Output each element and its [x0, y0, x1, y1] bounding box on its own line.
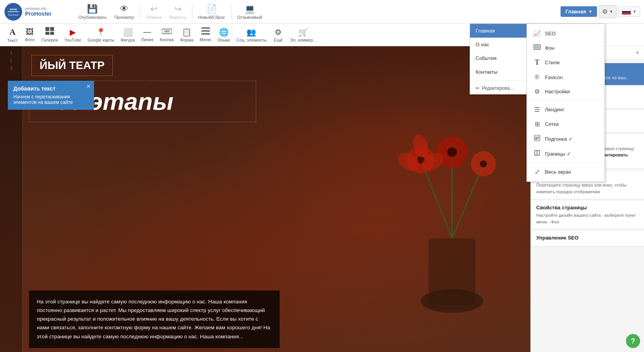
right-panel-close-button[interactable]: × [636, 49, 639, 56]
logo-icon: www ProHoster [4, 2, 23, 21]
svg-rect-20 [201, 33, 210, 34]
canvas-background: 1 2 3 ✕ Добавить текст Начнем с перетаск… [0, 46, 530, 352]
tool-google-maps[interactable]: 📍 Google карты [84, 26, 118, 44]
svg-rect-5 [535, 45, 539, 49]
body-text: На этой странице вы найдете самую послед… [37, 298, 272, 341]
svg-text:www: www [9, 7, 17, 11]
top-toolbar: www ProHoster prohoster.info ProHoster 💾… [0, 0, 644, 24]
settings-item-borders[interactable]: Границы ✓ [527, 146, 604, 161]
svg-point-32 [411, 133, 431, 159]
tool-languages[interactable]: 🌐 Языки [214, 26, 233, 44]
preview-label: Просмотр [114, 15, 134, 20]
settings-seo-label: SEO [545, 31, 555, 36]
tool-social[interactable]: 👥 Соц. элементы [233, 26, 270, 44]
borders-icon-svg [534, 150, 540, 156]
borders-icon [533, 150, 541, 158]
youtube-icon: ▶ [70, 27, 76, 37]
svg-rect-14 [45, 32, 49, 35]
tool-gallery[interactable]: Галерея [38, 25, 61, 44]
toolbar-separator-1 [140, 4, 140, 20]
settings-item-seo[interactable]: 📈 SEO [527, 26, 604, 41]
settings-item-favicon[interactable]: ® Favicon [527, 70, 604, 84]
svg-point-33 [418, 149, 447, 175]
svg-point-29 [417, 156, 425, 164]
svg-point-21 [421, 289, 483, 313]
svg-rect-18 [201, 27, 210, 29]
tooltip-description: Начнем с перетаскивания элементов на ваш… [13, 94, 89, 105]
svg-rect-17 [164, 30, 170, 33]
tool-ecommerce[interactable]: 🛒 Эл. коммер... [287, 26, 320, 44]
svg-rect-22 [429, 238, 476, 305]
page-selector-label: Главная [565, 9, 586, 15]
toolbar-separator-3 [231, 4, 232, 20]
page-dropdown-item-2[interactable]: События [470, 51, 532, 65]
settings-fullscreen-label: Весь экран [545, 169, 571, 175]
tool-youtube-label: YouTube [64, 38, 81, 42]
svg-rect-12 [45, 27, 49, 31]
settings-divider-1 [527, 100, 604, 101]
page-dropdown-edit[interactable]: ✏ Редактирова... [470, 82, 532, 94]
redo-button[interactable]: ↪ Вернуть [166, 2, 190, 21]
panel-section-seo: Управление SEO [531, 231, 644, 247]
page-item-1-label: О нас [476, 42, 489, 47]
svg-point-28 [471, 151, 496, 176]
more-icon: ⚙ [275, 27, 282, 37]
responsive-label: Отзывчивый [237, 15, 262, 20]
tool-more[interactable]: ⚙ Ещё [270, 26, 287, 44]
settings-item-config[interactable]: ⚙ Настройки [527, 84, 604, 99]
settings-styles-label: Стили [545, 60, 559, 65]
preview-button[interactable]: 👁 Просмотр [110, 2, 138, 21]
background-icon-svg [534, 44, 541, 50]
tool-text[interactable]: A Текст [4, 25, 21, 44]
edit-pencil-icon: ✏ [476, 85, 479, 91]
add-text-tooltip: ✕ Добавить текст Начнем с перетаскивания… [8, 81, 94, 110]
button-icon [162, 27, 172, 36]
logo: www ProHoster prohoster.info ProHoster [4, 2, 67, 21]
page-dropdown-item-1[interactable]: О нас [470, 38, 532, 51]
settings-favicon-label: Favicon [545, 74, 563, 80]
page-selector-button[interactable]: Главная ▼ [561, 6, 597, 17]
svg-rect-19 [201, 31, 210, 32]
svg-point-30 [447, 147, 457, 157]
publish-button[interactable]: 💾 Опубликовать [74, 2, 110, 21]
settings-button[interactable]: ⚙ ▼ [599, 5, 617, 18]
tool-form[interactable]: 📋 Форма [177, 26, 196, 44]
settings-divider-2 [527, 163, 604, 163]
landing-icon: ☰ [533, 106, 541, 113]
responsive-button[interactable]: 💻 Отзывчивый [233, 2, 266, 21]
redo-label: Вернуть [170, 15, 186, 20]
flag-ru-icon [622, 9, 631, 15]
page-dropdown-item-3[interactable]: Контакты [470, 65, 532, 79]
settings-fit-label: Подгонка ✓ [545, 136, 573, 142]
tool-button[interactable]: Кнопка [157, 26, 177, 44]
new-reset-label: Новый/Сброс [198, 15, 225, 20]
theater-title-box: ЙЫЙ ТЕАТР [31, 55, 429, 76]
page-item-2-label: События [476, 55, 497, 61]
help-button[interactable]: ? [626, 334, 640, 348]
settings-config-label: Настройки [545, 89, 570, 94]
tool-shape[interactable]: ⬜ Фигура [118, 26, 138, 44]
undo-icon: ↩ [150, 4, 157, 14]
page-dropdown-item-0[interactable]: Главная [470, 24, 532, 38]
svg-text:ProHoster: ProHoster [8, 14, 18, 16]
undo-button[interactable]: ↩ Отмена [142, 2, 165, 21]
canvas-area[interactable]: 1 2 3 ✕ Добавить текст Начнем с перетаск… [0, 46, 530, 352]
tool-photo[interactable]: 🖼 Фото [21, 26, 38, 44]
tooltip-close-button[interactable]: ✕ [86, 83, 91, 89]
page-dropdown-divider [470, 80, 532, 81]
ecommerce-icon: 🛒 [298, 27, 308, 37]
new-reset-button[interactable]: 📄 Новый/Сброс [194, 2, 229, 21]
tool-youtube[interactable]: ▶ YouTube [61, 26, 84, 44]
page-item-3-label: Контакты [476, 69, 497, 75]
settings-item-grid[interactable]: ⊞ Сетка [527, 117, 604, 131]
settings-item-styles[interactable]: T Стили [527, 55, 604, 70]
settings-item-bg[interactable]: Фон [527, 41, 604, 55]
new-reset-icon: 📄 [206, 4, 217, 14]
settings-item-landing[interactable]: ☰ Лендинг [527, 102, 604, 117]
settings-item-fullscreen[interactable]: ⤢ Весь экран [527, 165, 604, 179]
tool-menu[interactable]: Меню [197, 26, 215, 44]
settings-item-fit[interactable]: Подгонка ✓ [527, 131, 604, 146]
language-button[interactable]: ▼ [618, 7, 640, 17]
tool-line[interactable]: — Линия [138, 26, 157, 44]
svg-point-26 [407, 146, 434, 174]
